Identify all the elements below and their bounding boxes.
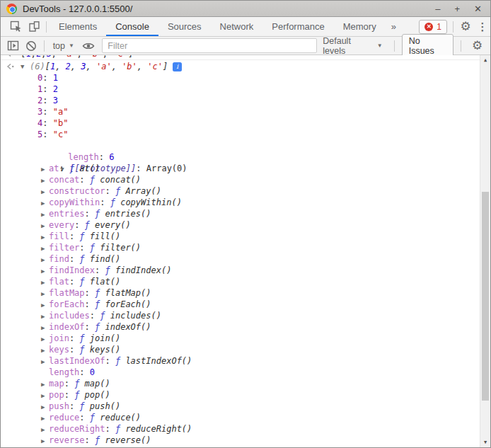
expand-triangle[interactable]: ▶ [41, 209, 49, 220]
array-length-row: length: 6 [1, 140, 480, 151]
log-levels-selector[interactable]: Default levels ▼ [318, 36, 386, 56]
prototype-method-row[interactable]: ▶forEach: ƒ forEach() [1, 299, 480, 310]
function-signature: findIndex() [115, 265, 171, 275]
live-expression-eye-icon[interactable] [80, 41, 96, 51]
property-name: filter [49, 243, 79, 253]
prototype-method-row[interactable]: ▶reduce: ƒ reduce() [1, 412, 480, 423]
tab-network[interactable]: Network [211, 17, 263, 36]
prototype-method-row[interactable]: ▶constructor: ƒ Array() [1, 185, 480, 197]
clear-console-icon[interactable] [23, 40, 39, 52]
device-toolbar-icon[interactable] [25, 17, 43, 36]
prototype-method-row[interactable]: ▶indexOf: ƒ indexOf() [1, 321, 480, 333]
close-button[interactable]: ✕ [474, 4, 482, 13]
array-length-badge: (6) [30, 62, 45, 71]
property-value: 6 [109, 152, 114, 162]
kebab-menu-icon[interactable]: ⋮ [475, 21, 490, 33]
function-signature: at() [79, 163, 100, 173]
prototype-method-row[interactable]: ▶fill: ƒ fill() [1, 231, 480, 242]
scroll-up-arrow[interactable]: ▲ [480, 57, 490, 63]
expand-triangle[interactable]: ▶ [41, 220, 49, 231]
prototype-method-row[interactable]: ▶includes: ƒ includes() [1, 310, 480, 321]
token: : [69, 345, 79, 355]
expand-triangle[interactable]: ▶ [41, 299, 49, 311]
prototype-property-row[interactable]: length: 0 [1, 367, 480, 378]
prototype-method-row[interactable]: ▶keys: ƒ keys() [1, 344, 480, 355]
token: , [51, 55, 61, 59]
property-name: lastIndexOf [49, 356, 105, 366]
prototype-method-row[interactable]: ▶concat: ƒ concat() [1, 174, 480, 185]
tab-sources[interactable]: Sources [158, 17, 211, 36]
expand-triangle[interactable]: ▶ [41, 424, 49, 435]
prototype-method-row[interactable]: ▶reduceRight: ƒ reduceRight() [1, 423, 480, 435]
function-glyph: ƒ [115, 186, 125, 196]
scrollbar-thumb[interactable] [482, 192, 489, 401]
prototype-method-row[interactable]: ▶copyWithin: ƒ copyWithin() [1, 197, 480, 208]
prototype-method-row[interactable]: ▶findIndex: ƒ findIndex() [1, 265, 480, 276]
prototype-method-row[interactable]: ▶push: ƒ push() [1, 401, 480, 412]
prototype-method-row[interactable]: ▶join: ƒ join() [1, 333, 480, 344]
no-issues-button[interactable]: No Issues [402, 34, 454, 58]
vertical-scrollbar[interactable]: ▲ ▼ [480, 55, 490, 447]
property-value: 1 [53, 73, 58, 83]
expand-triangle[interactable]: ▶ [41, 345, 49, 356]
prototype-method-row[interactable]: ▶find: ƒ find() [1, 253, 480, 265]
property-name: length [49, 367, 79, 377]
token: : [100, 197, 110, 207]
expand-triangle[interactable]: ▶ [41, 390, 49, 401]
prototype-method-row[interactable]: ▶flat: ƒ flat() [1, 276, 480, 287]
console-sidebar-toggle-icon[interactable] [5, 40, 21, 51]
error-badge[interactable]: ✕ 1 [419, 20, 447, 34]
context-selector[interactable]: top ▼ [49, 41, 79, 51]
token: 'c' [147, 62, 163, 71]
expand-triangle[interactable]: ▶ [41, 288, 49, 299]
function-signature: pop() [85, 390, 110, 400]
property-name: reduceRight [49, 424, 105, 434]
expand-triangle[interactable]: ▶ [41, 311, 49, 322]
property-name: indexOf [49, 322, 85, 332]
property-name: constructor [49, 186, 105, 196]
maximize-button[interactable]: + [455, 4, 461, 13]
inspect-element-icon[interactable] [6, 17, 25, 36]
filter-input[interactable] [102, 38, 317, 53]
expand-triangle[interactable]: ▶ [41, 231, 49, 243]
value-info-icon[interactable]: i [173, 62, 182, 71]
expand-triangle[interactable]: ▶ [41, 254, 49, 265]
prototype-method-row[interactable]: ▶filter: ƒ filter() [1, 242, 480, 253]
prototype-method-row[interactable]: ▶at: ƒ at() [1, 163, 480, 174]
prototype-method-row[interactable]: ▶flatMap: ƒ flatMap() [1, 287, 480, 299]
expand-triangle[interactable]: ▶ [41, 175, 49, 186]
expand-triangle[interactable]: ▶ [41, 243, 49, 254]
expand-triangle[interactable]: ▶ [41, 163, 49, 175]
console-settings-gear-icon[interactable]: ⚙ [468, 38, 486, 53]
prototype-method-row[interactable]: ▶every: ƒ every() [1, 219, 480, 231]
tab-console[interactable]: Console [106, 17, 158, 36]
minimize-button[interactable]: – [435, 4, 440, 13]
property-name: keys [49, 345, 69, 355]
token: 3 [81, 62, 86, 71]
expand-triangle[interactable]: ▶ [41, 265, 49, 277]
expand-triangle[interactable]: ▶ [41, 356, 49, 367]
property-value: "a" [53, 107, 69, 117]
expand-triangle[interactable]: ▶ [41, 322, 49, 333]
clipped-array-preview: [1,2,3, 'a', 'b', 'c'] [21, 55, 133, 59]
expand-triangle[interactable]: ▶ [41, 435, 49, 447]
token: ] [163, 62, 168, 71]
expand-triangle[interactable]: ▶ [41, 333, 49, 345]
settings-gear-icon[interactable]: ⚙ [456, 19, 475, 34]
function-signature: fill() [90, 231, 120, 241]
tab-elements[interactable]: Elements [50, 17, 106, 36]
scroll-down-arrow[interactable]: ▼ [480, 440, 490, 445]
prototype-method-row[interactable]: ▶map: ƒ map() [1, 378, 480, 389]
prototype-method-row[interactable]: ▶lastIndexOf: ƒ lastIndexOf() [1, 355, 480, 367]
collapse-array-triangle[interactable]: ▼ [21, 63, 30, 70]
prototype-method-row[interactable]: ▶pop: ƒ pop() [1, 389, 480, 401]
property-name: forEach [49, 299, 85, 309]
expand-triangle[interactable]: ▶ [41, 186, 49, 197]
prototype-method-row[interactable]: ▶entries: ƒ entries() [1, 208, 480, 219]
expand-triangle[interactable]: ▶ [41, 379, 49, 390]
prototype-method-row[interactable]: ▶reverse: ƒ reverse() [1, 435, 480, 446]
expand-triangle[interactable]: ▶ [41, 197, 49, 209]
expand-triangle[interactable]: ▶ [41, 277, 49, 288]
expand-triangle[interactable]: ▶ [41, 413, 49, 424]
expand-triangle[interactable]: ▶ [41, 401, 49, 413]
